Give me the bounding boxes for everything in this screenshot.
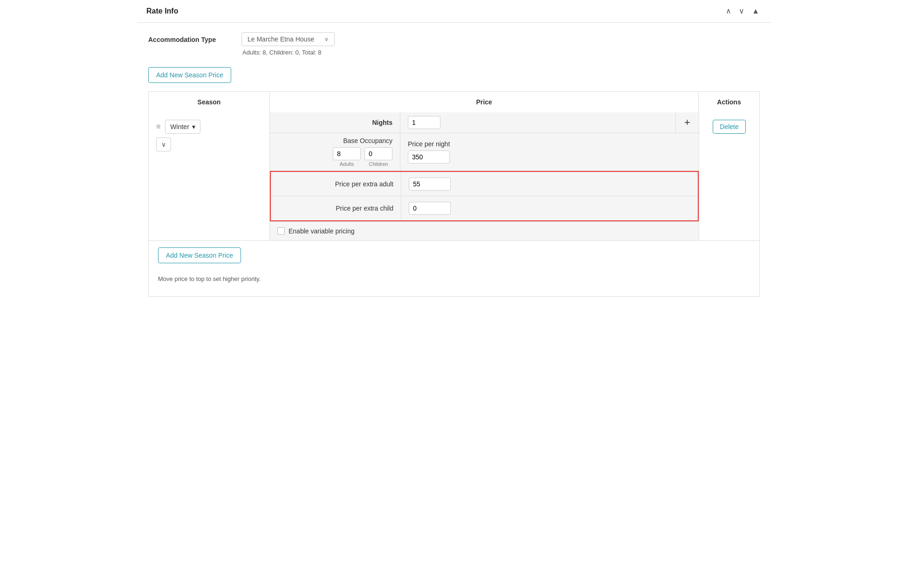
col-header-actions: Actions xyxy=(699,92,759,112)
season-select-chevron: ▾ xyxy=(192,123,195,130)
price-content: Nights + Base Occupancy xyxy=(270,112,699,240)
extra-child-label: Price per extra child xyxy=(271,196,401,220)
adults-wrapper: Adults xyxy=(333,147,361,167)
accommodation-right: Le Marche Etna House ∨ Adults: 8, Childr… xyxy=(241,32,335,56)
extra-prices-section: Price per extra adult Price per extra ch… xyxy=(270,171,699,221)
price-per-night-label: Price per night xyxy=(408,140,691,148)
delete-button[interactable]: Delete xyxy=(713,120,745,134)
extra-child-input[interactable] xyxy=(409,202,451,215)
children-wrapper: Children xyxy=(365,147,392,167)
panel-body: Accommodation Type Le Marche Etna House … xyxy=(137,23,771,308)
col-header-season: Season xyxy=(149,92,270,112)
actions-cell: Delete xyxy=(699,112,759,240)
panel-header: Rate Info ∧ ∨ ▲ xyxy=(137,0,771,23)
season-top-row: ≡ Winter ▾ xyxy=(156,120,262,134)
accommodation-value: Le Marche Etna House xyxy=(248,35,314,43)
variable-pricing-checkbox[interactable] xyxy=(277,227,285,235)
extra-adult-label: Price per extra adult xyxy=(271,172,401,196)
add-season-btn-bottom[interactable]: Add New Season Price xyxy=(158,247,241,263)
base-occ-right: Price per night xyxy=(400,133,699,171)
variable-pricing-label: Enable variable pricing xyxy=(289,227,355,235)
base-occ-label: Base Occupancy xyxy=(343,137,392,144)
ctrl-expand-button[interactable]: ▲ xyxy=(750,7,762,16)
adults-input[interactable] xyxy=(333,147,361,160)
accommodation-sub: Adults: 8, Children: 0, Total: 8 xyxy=(241,49,335,56)
extra-adult-input[interactable] xyxy=(409,178,451,191)
accommodation-label: Accommodation Type xyxy=(148,32,241,43)
base-occ-left: Base Occupancy Adults Children xyxy=(270,133,400,171)
expand-icon: ∨ xyxy=(161,141,166,148)
ctrl-down-button[interactable]: ∨ xyxy=(736,7,747,16)
add-season-btn-top[interactable]: Add New Season Price xyxy=(148,67,231,83)
season-select[interactable]: Winter ▾ xyxy=(165,120,200,134)
nights-input[interactable] xyxy=(408,116,440,129)
bottom-bar: Add New Season Price Move price to top t… xyxy=(148,241,760,297)
add-nights-button[interactable]: + xyxy=(675,112,699,133)
variable-pricing-row: Enable variable pricing xyxy=(270,221,699,240)
chevron-down-icon: ∨ xyxy=(324,36,329,42)
base-occupancy-row: Base Occupancy Adults Children xyxy=(270,133,699,171)
occ-inputs: Adults Children xyxy=(333,147,392,167)
ctrl-up-button[interactable]: ∧ xyxy=(723,7,734,16)
children-label: Children xyxy=(369,161,388,167)
season-expand-button[interactable]: ∨ xyxy=(156,137,171,151)
table-header: Season Price Actions xyxy=(148,91,760,112)
adults-label: Adults xyxy=(340,161,354,167)
accommodation-row: Accommodation Type Le Marche Etna House … xyxy=(148,32,760,56)
page-wrapper: Rate Info ∧ ∨ ▲ Accommodation Type Le Ma… xyxy=(137,0,771,308)
season-cell: ≡ Winter ▾ ∨ xyxy=(149,112,270,240)
extra-adult-input-cell xyxy=(401,172,698,196)
table-body: ≡ Winter ▾ ∨ xyxy=(148,112,760,241)
extra-child-row: Price per extra child xyxy=(271,196,698,220)
nights-input-cell xyxy=(400,112,675,133)
drag-icon[interactable]: ≡ xyxy=(156,123,160,131)
move-hint: Move price to top to set higher priority… xyxy=(158,272,750,290)
table-row: ≡ Winter ▾ ∨ xyxy=(149,112,759,240)
children-input[interactable] xyxy=(365,147,392,160)
nights-label: Nights xyxy=(270,112,400,133)
nights-row: Nights + xyxy=(270,112,699,133)
extra-adult-row: Price per extra adult xyxy=(271,172,698,196)
header-controls: ∧ ∨ ▲ xyxy=(723,7,762,16)
panel-title: Rate Info xyxy=(146,7,178,15)
price-per-night-input[interactable] xyxy=(408,150,450,164)
extra-child-input-cell xyxy=(401,196,698,220)
accommodation-dropdown[interactable]: Le Marche Etna House ∨ xyxy=(241,32,335,46)
col-header-price: Price xyxy=(270,92,699,112)
season-value: Winter xyxy=(170,123,189,130)
